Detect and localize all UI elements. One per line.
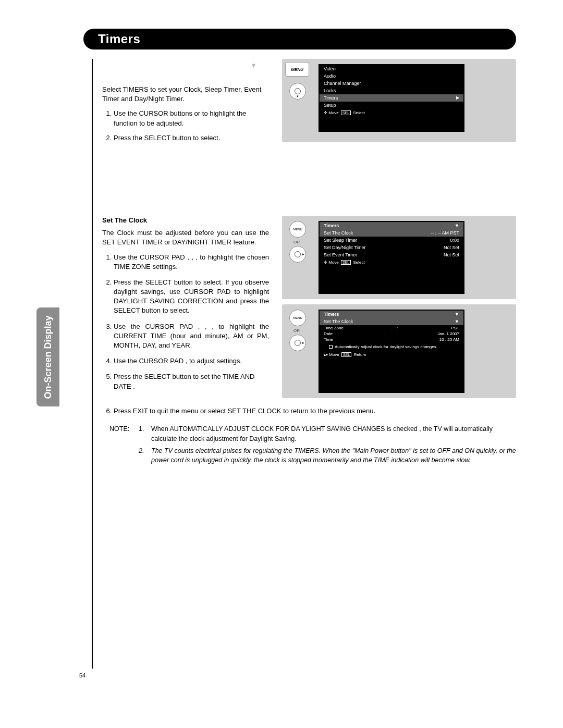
osd-kv: Time Zone:PST bbox=[320, 325, 463, 331]
clock-step: Press EXIT to quit the menu or select SE… bbox=[114, 406, 516, 416]
osd-subheader: Set The Clock▼ bbox=[320, 318, 463, 325]
section-tab-label: On-Screen Display bbox=[43, 315, 54, 399]
osd-item-highlight: Timers▶ bbox=[320, 94, 463, 102]
notes-block: NOTE: 1. When AUTOMATICALLY ADJUST CLOCK… bbox=[109, 424, 516, 465]
osd-clock-menu: Timers▼ Set The Clock▼ Time Zone:PST Dat… bbox=[319, 310, 464, 393]
osd-footer: ✢ Move SEL Select bbox=[320, 258, 463, 266]
osd-kv: Date:Jan. 1 2007 bbox=[320, 331, 463, 337]
osd-main-wrapper: MENU ▾ Video Audio Channel Manager Locks… bbox=[282, 59, 516, 142]
clock-step: Use the CURSOR PAD , , , to highlight th… bbox=[114, 322, 269, 351]
menu-button-round-icon: MENU bbox=[289, 221, 306, 238]
menu-button-icon: MENU bbox=[285, 62, 309, 77]
osd-item: Video bbox=[320, 65, 463, 72]
osd-item: Locks bbox=[320, 87, 463, 94]
note-label: NOTE: bbox=[109, 424, 136, 444]
manual-page: Timers ▼ On-Screen Display Select TIMERS… bbox=[0, 0, 563, 728]
clock-step: Press the SELECT button to set the TIME … bbox=[114, 372, 269, 391]
set-clock-row: Set The Clock The Clock must be adjusted… bbox=[102, 216, 516, 403]
page-number: 54 bbox=[79, 672, 85, 678]
intro-steps: Use the CURSOR buttons or to highlight t… bbox=[114, 109, 269, 143]
intro-step-2: Press the SELECT button to select. bbox=[114, 133, 269, 143]
vertical-rule bbox=[92, 59, 93, 669]
osd-clock-wrapper: MENU OR ▸ Timers▼ Set The Clock▼ Time Zo… bbox=[282, 304, 516, 398]
checkbox-icon bbox=[329, 345, 333, 349]
osd-row: Set Event TimerNot Set bbox=[320, 251, 463, 258]
osd-item: Setup bbox=[320, 102, 463, 109]
content-wrap: Select TIMERS to set your Clock, Sleep T… bbox=[52, 59, 516, 669]
set-clock-steps: Use the CURSOR PAD , , , to highlight th… bbox=[114, 253, 269, 391]
or-label: OR bbox=[293, 240, 300, 244]
osd-row: Set Day/Night TimerNot Set bbox=[320, 244, 463, 251]
clock-step: Use the CURSOR PAD , to adjust settings. bbox=[114, 356, 269, 366]
note-item: The TV counts electrical pulses for regu… bbox=[151, 446, 516, 466]
osd-kv: Time:10 : 25 AM bbox=[320, 337, 463, 342]
menu-button-round-icon: MENU bbox=[289, 310, 306, 326]
osd-header: Timers▼ bbox=[320, 222, 463, 229]
set-clock-steps-cont: Press EXIT to quit the menu or select SE… bbox=[114, 406, 516, 416]
intro-step-1: Use the CURSOR buttons or to highlight t… bbox=[114, 109, 269, 128]
section-tab: On-Screen Display bbox=[36, 307, 59, 406]
osd-checkbox-line: Automatically adjust clock for daylight … bbox=[320, 342, 463, 351]
page-title-bar: Timers bbox=[83, 29, 516, 50]
cursor-pad-icon: ▾ bbox=[289, 83, 306, 100]
osd-row-highlight: Set The Clock-- : -- AM PST bbox=[320, 229, 463, 237]
osd-item: Audio bbox=[320, 72, 463, 80]
osd-footer: ✢ Move SEL Select bbox=[320, 109, 463, 117]
osd-item: Channel Manager bbox=[320, 80, 463, 87]
intro-row: Select TIMERS to set your Clock, Sleep T… bbox=[102, 59, 516, 148]
clock-step: Use the CURSOR PAD , , , to highlight th… bbox=[114, 253, 269, 272]
arrow-right-icon: ▶ bbox=[456, 95, 459, 101]
osd-row: Set Sleep Timer0:00 bbox=[320, 237, 463, 244]
page-title: Timers bbox=[98, 32, 140, 46]
clock-step: Press the SELECT button to select. If yo… bbox=[114, 278, 269, 316]
note-item: When AUTOMATICALLY ADJUST CLOCK FOR DA Y… bbox=[151, 424, 516, 444]
set-clock-desc: The Clock must be adjusted before you ca… bbox=[102, 228, 269, 247]
osd-timers-menu: Timers▼ Set The Clock-- : -- AM PST Set … bbox=[319, 221, 464, 294]
cursor-pad-icon: ▸ bbox=[289, 246, 306, 263]
osd-header: Timers▼ bbox=[320, 311, 463, 318]
cursor-pad-icon: ▸ bbox=[289, 335, 306, 351]
or-label: OR bbox=[293, 328, 300, 333]
osd-footer: ▴▾ Move SEL Return bbox=[320, 351, 463, 359]
set-clock-title: Set The Clock bbox=[102, 216, 269, 225]
osd-main-menu: Video Audio Channel Manager Locks Timers… bbox=[319, 64, 464, 132]
osd-timers-wrapper: MENU OR ▸ Timers▼ Set The Clock-- : -- A… bbox=[282, 216, 516, 299]
intro-text: Select TIMERS to set your Clock, Sleep T… bbox=[102, 85, 269, 104]
